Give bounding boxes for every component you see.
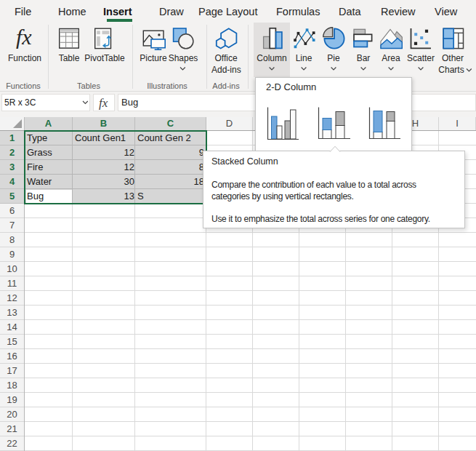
svg-text:fx: fx xyxy=(99,96,108,110)
svg-text:fx: fx xyxy=(16,25,32,49)
